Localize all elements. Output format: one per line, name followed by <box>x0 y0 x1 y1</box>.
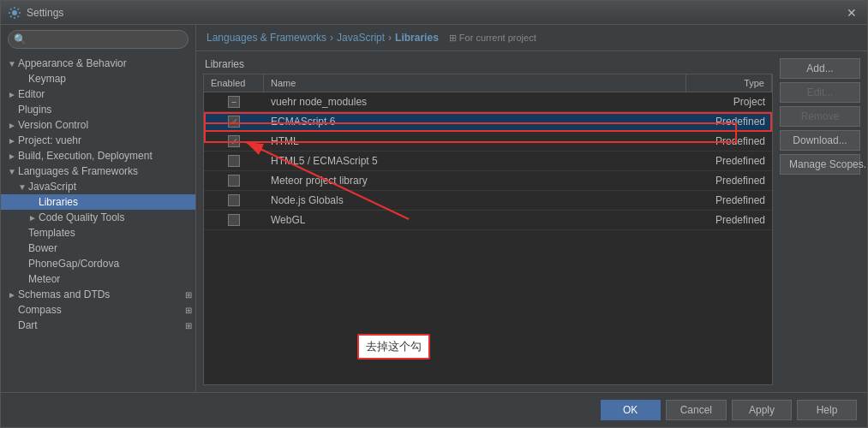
search-icon: 🔍 <box>14 33 27 45</box>
row-enabled-cell <box>204 211 264 229</box>
tree-arrow-icon: ▼ <box>18 182 28 192</box>
settings-window: Settings ✕ 🔍 ▼Appearance & BehaviorKeyma… <box>0 0 868 428</box>
sidebar-item-libraries[interactable]: Libraries <box>1 194 195 210</box>
row-checkbox[interactable] <box>228 175 240 187</box>
row-enabled-cell <box>204 171 264 190</box>
sidebar-item-phonegap-cordova[interactable]: PhoneGap/Cordova <box>1 256 195 271</box>
col-header-type: Type <box>686 74 772 92</box>
sidebar-item-label: Project: vuehr <box>18 134 192 146</box>
annotation-text: 去掉这个勾 <box>366 340 422 353</box>
row-checkbox[interactable] <box>228 155 240 167</box>
sidebar-item-label: Bower <box>28 242 192 254</box>
remove-button[interactable]: Remove <box>780 106 860 127</box>
sidebar-item-templates[interactable]: Templates <box>1 225 195 241</box>
sidebar-item-label: Libraries <box>39 196 192 208</box>
side-buttons: Add... Edit... Remove Download... Manage… <box>773 51 867 392</box>
breadcrumb-sep1: › <box>330 32 333 44</box>
sidebar-item-dart[interactable]: Dart⊞ <box>1 318 195 333</box>
sidebar-item-project-vuehr[interactable]: ►Project: vuehr <box>1 133 195 148</box>
row-name: ECMAScript 6 <box>264 112 686 131</box>
breadcrumb-current: Libraries <box>395 32 439 44</box>
lib-table: Enabled Name Type −vuehr node_modulesPro… <box>203 74 773 385</box>
row-name: HTML5 / ECMAScript 5 <box>264 152 686 170</box>
tree-arrow-icon: ► <box>8 136 18 146</box>
sidebar-item-javascript[interactable]: ▼JavaScript <box>1 179 195 194</box>
breadcrumb-path2: JavaScript <box>337 32 385 44</box>
table-row[interactable]: WebGLPredefined <box>204 211 772 230</box>
row-name: HTML <box>264 132 686 151</box>
download-button[interactable]: Download... <box>780 130 860 151</box>
annotation-tooltip: 去掉这个勾 <box>357 334 430 360</box>
footer: OK Cancel Apply Help <box>1 392 867 427</box>
breadcrumb-sep2: › <box>388 32 392 44</box>
table-row[interactable]: ✓HTMLPredefined <box>204 132 772 152</box>
row-type: Predefined <box>686 132 772 151</box>
sidebar-item-bower[interactable]: Bower <box>1 241 195 256</box>
sidebar-item-label: PhoneGap/Cordova <box>28 258 192 270</box>
row-type: Predefined <box>686 112 772 131</box>
tree-arrow-icon: ► <box>8 121 18 130</box>
sidebar-item-label: Templates <box>28 227 192 239</box>
sidebar-item-label: Compass <box>18 304 185 316</box>
table-row[interactable]: Node.js GlobalsPredefined <box>204 191 772 211</box>
sidebar-item-plugins[interactable]: Plugins <box>1 102 195 117</box>
tree-arrow-icon: ► <box>8 90 18 99</box>
sidebar-item-schemas-dtds[interactable]: ►Schemas and DTDs⊞ <box>1 287 195 302</box>
sidebar: 🔍 ▼Appearance & BehaviorKeymap►EditorPlu… <box>1 25 196 392</box>
edit-button[interactable]: Edit... <box>780 82 860 103</box>
sidebar-item-label: Code Quality Tools <box>39 211 192 223</box>
row-enabled-cell: − <box>204 92 264 111</box>
search-input[interactable] <box>30 33 183 45</box>
tree-arrow-icon: ► <box>28 213 39 223</box>
row-type: Predefined <box>686 191 772 210</box>
help-button[interactable]: Help <box>797 400 857 420</box>
col-header-name: Name <box>264 74 686 92</box>
apply-button[interactable]: Apply <box>732 400 792 420</box>
tree-arrow-icon: ► <box>8 290 18 300</box>
sidebar-item-version-control[interactable]: ►Version Control <box>1 117 195 133</box>
ok-button[interactable]: OK <box>601 400 661 420</box>
row-name: WebGL <box>264 211 686 229</box>
sidebar-item-label: Build, Execution, Deployment <box>18 150 192 162</box>
row-checkbox[interactable]: ✓ <box>228 116 240 128</box>
row-type: Predefined <box>686 152 772 170</box>
sidebar-item-label: Keymap <box>28 73 192 85</box>
row-checkbox[interactable]: − <box>228 96 240 108</box>
close-button[interactable]: ✕ <box>843 4 860 21</box>
sidebar-item-label: Appearance & Behavior <box>18 57 192 69</box>
sidebar-item-code-quality-tools[interactable]: ►Code Quality Tools <box>1 210 195 225</box>
breadcrumb-desc: ⊞ For current project <box>449 33 536 44</box>
sidebar-item-languages-frameworks[interactable]: ▼Languages & Frameworks <box>1 163 195 179</box>
manage-scopes-button[interactable]: Manage Scopes... <box>780 154 860 175</box>
config-icon: ⊞ <box>185 306 192 315</box>
sidebar-item-label: JavaScript <box>28 181 192 193</box>
cancel-button[interactable]: Cancel <box>666 400 727 420</box>
table-body: −vuehr node_modulesProject✓ECMAScript 6P… <box>204 92 772 384</box>
table-row[interactable]: Meteor project libraryPredefined <box>204 171 772 191</box>
tree-arrow-icon: ▼ <box>8 167 18 176</box>
sidebar-item-compass[interactable]: Compass⊞ <box>1 302 195 318</box>
sidebar-item-keymap[interactable]: Keymap <box>1 71 195 86</box>
add-button[interactable]: Add... <box>780 58 860 79</box>
table-row[interactable]: −vuehr node_modulesProject <box>204 92 772 112</box>
row-checkbox[interactable] <box>228 214 240 226</box>
sidebar-item-label: Schemas and DTDs <box>18 288 185 300</box>
window-title: Settings <box>27 7 843 19</box>
table-wrapper: Enabled Name Type −vuehr node_modulesPro… <box>203 74 773 385</box>
content-area: 🔍 ▼Appearance & BehaviorKeymap►EditorPlu… <box>1 25 867 392</box>
search-box[interactable]: 🔍 <box>8 30 189 49</box>
row-name: vuehr node_modules <box>264 92 686 111</box>
row-checkbox[interactable]: ✓ <box>228 135 240 147</box>
sidebar-item-build-execution[interactable]: ►Build, Execution, Deployment <box>1 148 195 163</box>
row-enabled-cell: ✓ <box>204 112 264 131</box>
row-checkbox[interactable] <box>228 194 240 206</box>
table-row[interactable]: ✓ECMAScript 6Predefined <box>204 112 772 132</box>
sidebar-item-editor[interactable]: ►Editor <box>1 86 195 102</box>
row-type: Predefined <box>686 171 772 190</box>
table-row[interactable]: HTML5 / ECMAScript 5Predefined <box>204 152 772 171</box>
table-area: Libraries Enabled Name Type −vuehr node_… <box>203 58 773 385</box>
sidebar-item-appearance[interactable]: ▼Appearance & Behavior <box>1 56 195 71</box>
sidebar-item-meteor[interactable]: Meteor <box>1 271 195 287</box>
libraries-panel: Libraries Enabled Name Type −vuehr node_… <box>196 51 867 392</box>
sidebar-item-label: Dart <box>18 319 185 331</box>
